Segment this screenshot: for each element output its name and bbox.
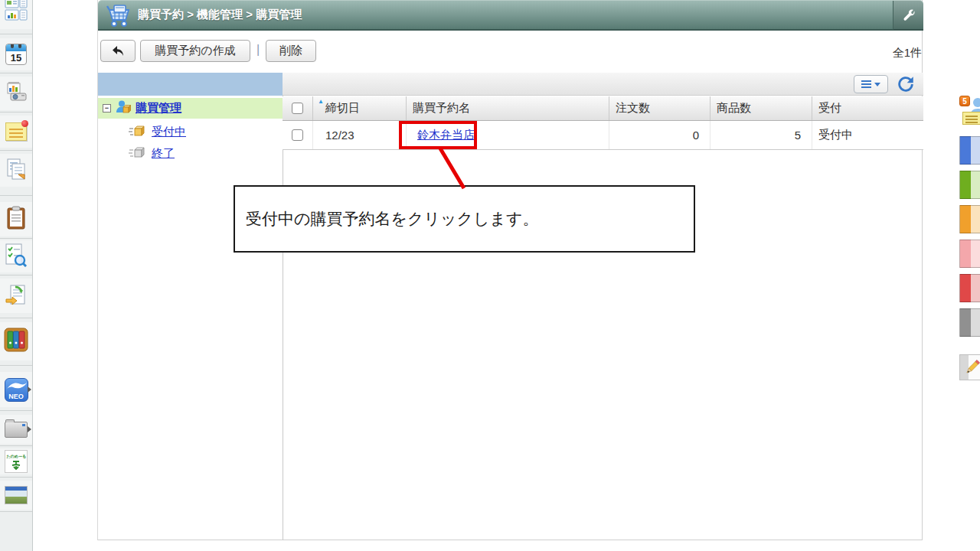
expand-arrow-icon[interactable] <box>28 386 31 393</box>
sidebar-item-todo[interactable] <box>0 202 32 236</box>
toolbar-separator: | <box>256 43 260 57</box>
refresh-icon <box>896 74 916 94</box>
cell-orders: 0 <box>609 121 710 149</box>
sidebar-header-bar <box>98 73 283 96</box>
app-window: 15 <box>0 0 980 551</box>
tree-item-label[interactable]: 受付中 <box>152 125 186 139</box>
app-header: 購買予約 > 機能管理 > 購買管理 <box>98 0 923 31</box>
sort-asc-icon: ▲ <box>318 98 324 105</box>
facility-icon <box>5 80 28 106</box>
portal-icon <box>5 0 28 24</box>
sidebar-item-cabinet[interactable] <box>0 322 32 360</box>
sidebar-item-schedule[interactable]: 15 <box>0 38 32 70</box>
cell-deadline: 12/23 <box>313 121 407 149</box>
sidebar-item-facility[interactable] <box>0 77 32 110</box>
open-box-icon <box>129 125 147 139</box>
sidebar-item-photo-link[interactable] <box>0 481 32 510</box>
label-green[interactable] <box>959 171 980 199</box>
column-header-status[interactable]: 受付 <box>812 96 923 120</box>
sidebar-item-survey[interactable] <box>0 240 32 272</box>
label-orange[interactable] <box>959 205 980 233</box>
pane-divider <box>283 96 283 540</box>
photo-thumbnail-icon <box>5 486 28 504</box>
cell-products: 5 <box>710 121 812 149</box>
sidebar-item-workflow[interactable] <box>0 279 32 313</box>
tree-item-purchase-management[interactable]: − 購買管理 <box>98 98 283 119</box>
app-dock-left: 15 <box>0 0 33 551</box>
folder-icon <box>5 422 28 438</box>
collapse-icon[interactable]: − <box>103 104 111 112</box>
tanomail-icon: たのめーる <box>5 450 28 473</box>
tanomail-label: たのめーる <box>6 453 26 459</box>
neo-icon: NEO <box>5 378 28 402</box>
list-toolbar <box>283 73 923 96</box>
expand-arrow-icon[interactable] <box>28 426 31 432</box>
schedule-icon: 15 <box>5 44 27 65</box>
total-count: 全1件 <box>893 46 922 60</box>
app-dock-right: 5 <box>959 0 980 551</box>
user-package-icon <box>116 99 132 117</box>
label-red[interactable] <box>959 274 980 302</box>
select-all-checkbox[interactable] <box>292 103 303 114</box>
closed-box-icon <box>129 146 147 161</box>
annotation-highlight-box <box>399 121 477 149</box>
user-note-icon[interactable]: 5 <box>959 96 980 126</box>
memo-icon <box>5 122 27 141</box>
sidebar-item-folder[interactable] <box>0 415 32 444</box>
main-panel: 購買予約 > 機能管理 > 購買管理 購買予約の作成 | 削除 全1件 <box>97 0 923 540</box>
circular-icon <box>5 158 27 184</box>
toolbar: 購買予約の作成 | 削除 全1件 <box>98 40 923 64</box>
delete-button[interactable]: 削除 <box>266 40 316 62</box>
settings-button[interactable] <box>893 1 923 30</box>
notification-badge: 5 <box>959 96 970 106</box>
cell-status: 受付中 <box>812 121 923 149</box>
wrench-icon <box>901 8 916 23</box>
column-header-name[interactable]: 購買予約名 <box>407 96 609 120</box>
survey-icon <box>5 243 28 270</box>
tree-item-open[interactable]: 受付中 <box>98 122 283 142</box>
workflow-icon <box>5 282 28 310</box>
column-header-orders[interactable]: 注文数 <box>609 96 710 120</box>
tree-item-closed[interactable]: 終了 <box>98 143 283 164</box>
refresh-button[interactable] <box>896 74 916 94</box>
list-menu-button[interactable] <box>854 75 888 93</box>
column-header-deadline[interactable]: ▲ 締切日 <box>313 96 407 120</box>
table-header: ▲ 締切日 購買予約名 注文数 商品数 受付 <box>283 96 923 121</box>
chevron-down-icon <box>874 83 880 86</box>
sidebar-item-circular[interactable] <box>0 154 32 187</box>
sidebar-item-portal[interactable] <box>0 0 32 29</box>
sidebar-item-memo[interactable] <box>0 116 32 148</box>
back-arrow-icon <box>111 45 125 57</box>
sidebar-item-neo[interactable]: NEO <box>0 372 32 407</box>
cabinet-icon <box>4 328 28 355</box>
back-button[interactable] <box>100 40 136 62</box>
pencil-icon[interactable] <box>959 354 980 380</box>
neo-label: NEO <box>5 393 28 400</box>
label-pink[interactable] <box>959 240 980 268</box>
sidebar-item-tanomail[interactable]: たのめーる <box>0 448 32 474</box>
shopping-cart-icon <box>104 4 135 28</box>
tree-root-label[interactable]: 購買管理 <box>136 101 181 116</box>
label-blue[interactable] <box>959 136 980 165</box>
todo-icon <box>6 206 26 233</box>
breadcrumb: 購買予約 > 機能管理 > 購買管理 <box>138 8 302 22</box>
column-header-products[interactable]: 商品数 <box>710 96 812 120</box>
annotation-callout: 受付中の購買予約名をクリックします。 <box>234 185 695 253</box>
create-reservation-button[interactable]: 購買予約の作成 <box>140 40 250 62</box>
label-gray[interactable] <box>959 308 980 337</box>
tree-item-label[interactable]: 終了 <box>152 146 175 161</box>
annotation-text: 受付中の購買予約名をクリックします。 <box>246 208 538 230</box>
calendar-day-label: 15 <box>6 51 26 64</box>
hamburger-icon <box>861 80 871 88</box>
table-row: 12/23 鈴木弁当店 0 5 受付中 <box>283 121 923 150</box>
row-checkbox[interactable] <box>292 129 303 141</box>
